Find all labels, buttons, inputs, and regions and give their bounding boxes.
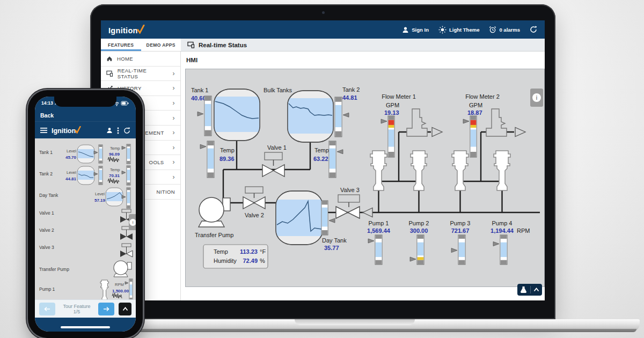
- chevron-up-icon: [533, 288, 539, 292]
- chevron-right-icon: ›: [173, 100, 175, 106]
- tour-prev-button[interactable]: [39, 303, 55, 315]
- phone-tank2-thumb: [77, 166, 94, 185]
- pump3-silhouette: [452, 151, 469, 190]
- rpm-unit-label: RPM: [517, 227, 530, 234]
- info-tab[interactable]: i: [530, 89, 543, 107]
- flow-meter1-value: 19.13: [384, 109, 399, 116]
- info-icon: i: [129, 219, 136, 226]
- hmi-diagram: Temp 113.23 °F Humidity 72.49 % Tank 1 4…: [186, 69, 544, 286]
- tour-collapse-button[interactable]: [119, 303, 131, 315]
- env-humidity-label: Humidity: [214, 258, 237, 264]
- sidebar-item-label: HOME: [117, 56, 133, 62]
- home-indicator[interactable]: [61, 326, 110, 329]
- env-humidity-value: 72.49: [243, 258, 258, 264]
- chevron-up-icon: [122, 307, 128, 311]
- phone-pump1-name: Pump 1: [39, 286, 55, 292]
- valve2-label: Valve 2: [245, 212, 264, 218]
- phone-gauge-tank1-temp-pointer: [122, 146, 126, 149]
- phone-transfer-pump-name: Transfer Pump: [39, 267, 69, 272]
- phone-gauge-day-tank: [122, 188, 130, 208]
- kebab-menu-icon[interactable]: [117, 127, 119, 134]
- transfer-pump: [199, 197, 230, 227]
- phone-home-bar: [35, 318, 136, 332]
- arrow-left-icon: [44, 306, 50, 312]
- flow-meter1-device: [407, 109, 427, 136]
- tab-demo-apps-label: DEMO APPS: [147, 42, 175, 48]
- laptop-notch: [295, 319, 415, 325]
- info-icon: i: [532, 93, 541, 102]
- env-temp-value: 113.23: [240, 248, 258, 255]
- tank2-vessel: [288, 91, 333, 142]
- env-temp-label: Temp: [214, 248, 228, 255]
- valve1-label: Valve 1: [267, 144, 287, 151]
- sign-in-button[interactable]: Sign In: [402, 26, 429, 33]
- menu-icon[interactable]: [40, 128, 47, 133]
- gauge-pump3-pointer: [451, 248, 457, 253]
- main-content: HMI: [181, 52, 545, 300]
- day-tank-value: 35.77: [324, 245, 339, 251]
- phone-gauge-day-tank-pointer: [122, 195, 126, 199]
- divider: [530, 286, 531, 293]
- temp2-label: Temp: [314, 147, 329, 153]
- sidebar-item-home[interactable]: HOME: [101, 52, 180, 67]
- phone-pump1-icon: [100, 280, 109, 299]
- tab-features[interactable]: FEATURES: [101, 39, 141, 51]
- phone-info-tab[interactable]: i: [129, 214, 136, 230]
- phone-valve2-name: Valve 2: [39, 227, 54, 233]
- bottom-dock[interactable]: [517, 284, 542, 296]
- breadcrumb-label: Real-time Status: [199, 42, 247, 48]
- sidebar-item-label: NITION: [156, 189, 175, 195]
- sidebar-item-real-time-status[interactable]: REAL-TIME STATUS ›: [101, 67, 180, 82]
- user-icon: [402, 26, 409, 33]
- tab-demo-apps[interactable]: DEMO APPS: [141, 39, 181, 51]
- tank2-value: 44.81: [342, 94, 357, 101]
- laptop-camera: [322, 11, 325, 14]
- pump2-value: 300.00: [410, 227, 428, 234]
- alarm-clock-icon: [489, 26, 496, 33]
- back-label: Back: [40, 112, 54, 119]
- chevron-right-icon: ›: [173, 129, 175, 136]
- tour-bar: Tour Feature 1/5: [35, 299, 136, 318]
- sun-icon: [438, 26, 447, 34]
- phone-ignition-logo: Ignition: [52, 126, 81, 135]
- tab-features-label: FEATURES: [108, 42, 134, 48]
- pump4-label: Pump 4: [492, 220, 513, 226]
- ignition-logo-text: Ignition: [108, 26, 138, 35]
- gauge-temp1-pointer: [200, 144, 206, 149]
- back-button[interactable]: Back: [35, 109, 136, 121]
- alarms-button[interactable]: 0 alarms: [489, 26, 520, 33]
- phone-tank2-name: Tank 2: [39, 171, 53, 177]
- chevron-right-icon: ›: [173, 159, 175, 165]
- refresh-button[interactable]: [530, 26, 537, 33]
- phone-tank1-temp-label: Temp: [110, 146, 120, 151]
- sign-in-label: Sign In: [412, 27, 429, 33]
- tour-next-button[interactable]: [98, 303, 114, 315]
- breadcrumb: Real-time Status: [181, 39, 545, 52]
- phone-pump1-metric: RPM: [115, 282, 124, 287]
- gauge-tank2-level-pointer: [343, 113, 349, 117]
- pump4-value: 1,194.44: [491, 227, 514, 234]
- gauge-pump4: [493, 235, 507, 264]
- tank1-value: 40.60: [191, 95, 206, 101]
- transfer-pump-label: Transfer Pump: [195, 232, 233, 238]
- chevron-right-icon: ›: [173, 70, 175, 77]
- tab-row: FEATURES DEMO APPS Real-time Status: [101, 39, 545, 52]
- screens-icon: [187, 41, 195, 48]
- gauge-day-tank-pointer: [329, 218, 335, 223]
- screens-icon: [106, 70, 113, 77]
- tank1-vessel: [214, 89, 260, 141]
- user-icon[interactable]: [106, 127, 113, 134]
- gauge-pump3: [451, 235, 465, 264]
- phone-gauge-tank1-temp: [122, 144, 130, 164]
- phone-tank1-name: Tank 1: [39, 150, 53, 155]
- chevron-right-icon: ›: [173, 174, 175, 180]
- theme-toggle-button[interactable]: Light Theme: [438, 26, 479, 34]
- pump1-label: Pump 1: [369, 220, 389, 226]
- laptop-frame: Ignition Sign In Light Theme 0 alarms: [90, 4, 555, 319]
- pump3-value: 721.67: [451, 227, 470, 234]
- refresh-icon[interactable]: [123, 127, 130, 134]
- chevron-right-icon: ›: [173, 144, 175, 151]
- home-icon: [106, 55, 113, 62]
- laptop-screen: Ignition Sign In Light Theme 0 alarms: [101, 20, 545, 300]
- pump1-silhouette: [370, 151, 387, 190]
